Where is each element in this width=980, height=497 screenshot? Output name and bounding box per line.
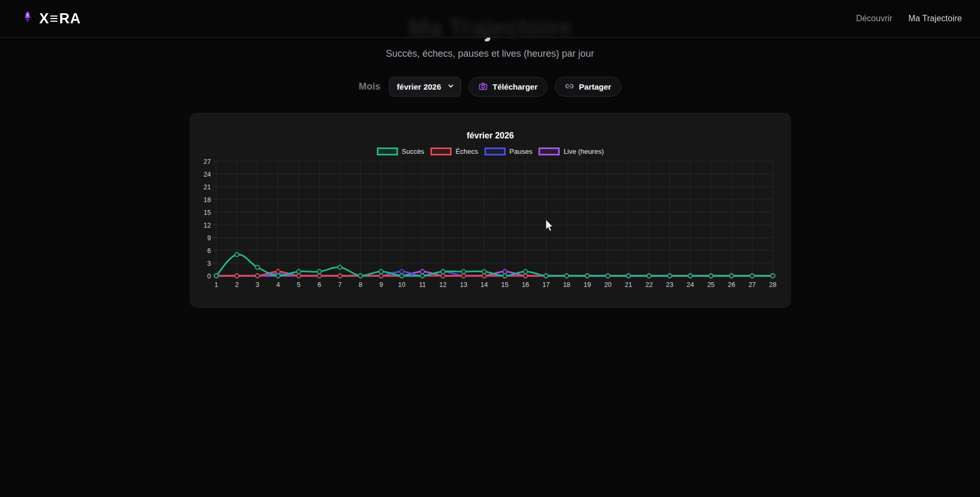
data-point[interactable] <box>503 274 507 278</box>
data-point[interactable] <box>462 274 466 278</box>
page-subtitle: Succès, échecs, pauses et lives (heures)… <box>0 48 980 59</box>
data-point[interactable] <box>379 274 383 278</box>
data-point[interactable] <box>338 274 342 278</box>
y-tick-label: 24 <box>204 171 211 178</box>
legend-swatch <box>538 147 560 155</box>
data-point[interactable] <box>420 274 425 278</box>
share-button[interactable]: Partager <box>555 77 621 97</box>
data-point[interactable] <box>214 274 218 278</box>
navbar: X≡RA Découvrir Ma Trajectoire <box>0 0 980 38</box>
data-point[interactable] <box>358 274 363 278</box>
data-point[interactable] <box>709 274 713 278</box>
data-point[interactable] <box>338 265 342 269</box>
y-tick-label: 27 <box>204 158 211 165</box>
data-point[interactable] <box>276 269 280 274</box>
chart-card: février 2026 SuccèsÉchecsPausesLive (heu… <box>190 113 791 308</box>
data-point[interactable] <box>544 274 548 278</box>
data-point[interactable] <box>524 269 528 274</box>
chart-title: février 2026 <box>190 131 790 141</box>
legend-swatch <box>484 147 506 155</box>
legend-item-1[interactable]: Échecs <box>430 147 478 155</box>
legend-item-3[interactable]: Live (heures) <box>538 147 604 155</box>
data-point[interactable] <box>626 274 631 278</box>
legend-label: Pauses <box>509 147 532 155</box>
data-point[interactable] <box>235 274 239 278</box>
data-point[interactable] <box>482 269 487 274</box>
x-tick-label: 26 <box>728 281 735 289</box>
x-tick-label: 6 <box>317 281 321 289</box>
x-tick-label: 2 <box>235 281 239 289</box>
y-tick-label: 21 <box>204 184 211 191</box>
x-tick-label: 23 <box>666 281 674 289</box>
data-point[interactable] <box>379 269 383 274</box>
data-point[interactable] <box>317 274 322 278</box>
data-point[interactable] <box>647 274 651 278</box>
x-tick-label: 8 <box>359 281 363 289</box>
y-tick-label: 15 <box>204 209 211 216</box>
y-tick-label: 0 <box>207 273 211 280</box>
data-point[interactable] <box>564 274 569 278</box>
data-point[interactable] <box>606 274 610 278</box>
x-tick-label: 17 <box>542 281 550 289</box>
mouse-cursor <box>545 220 554 234</box>
legend-item-2[interactable]: Pauses <box>484 147 532 155</box>
download-button[interactable]: Télécharger <box>469 77 548 97</box>
data-point[interactable] <box>420 269 425 274</box>
download-button-label: Télécharger <box>492 82 537 91</box>
chart-grid <box>216 161 773 276</box>
data-point[interactable] <box>400 269 404 274</box>
data-point[interactable] <box>235 252 239 257</box>
data-point[interactable] <box>297 269 301 274</box>
legend-label: Succès <box>402 147 425 155</box>
link-icon <box>565 82 574 92</box>
data-point[interactable] <box>317 269 322 274</box>
x-tick-label: 22 <box>646 281 653 289</box>
x-tick-label: 24 <box>686 281 694 289</box>
nav-link-decouvrir[interactable]: Découvrir <box>856 14 892 23</box>
month-select-value: février 2026 <box>397 82 441 91</box>
brand-name: X≡RA <box>39 11 81 27</box>
nav-links: Découvrir Ma Trajectoire <box>856 14 962 23</box>
data-point[interactable] <box>503 269 507 274</box>
data-point[interactable] <box>255 274 260 278</box>
data-point[interactable] <box>297 274 301 278</box>
legend-swatch <box>377 147 398 155</box>
data-point[interactable] <box>482 274 487 278</box>
y-tick-label: 3 <box>207 260 211 267</box>
data-point[interactable] <box>400 274 404 278</box>
legend-label: Échecs <box>455 147 478 155</box>
data-point[interactable] <box>750 274 754 278</box>
legend-item-0[interactable]: Succès <box>377 147 425 155</box>
data-point[interactable] <box>441 274 445 278</box>
data-point[interactable] <box>729 274 734 278</box>
x-tick-label: 15 <box>501 281 508 289</box>
chevron-down-icon <box>447 82 454 91</box>
data-point[interactable] <box>462 269 466 274</box>
chart-canvas[interactable]: 0369121518212427123456789101112131415161… <box>190 156 791 295</box>
x-tick-label: 25 <box>707 281 714 289</box>
camera-icon <box>479 82 488 92</box>
month-label: Mois <box>359 81 381 92</box>
data-point[interactable] <box>276 274 280 278</box>
chart-legend: SuccèsÉchecsPausesLive (heures) <box>190 147 790 155</box>
x-tick-label: 13 <box>460 281 467 289</box>
x-tick-label: 14 <box>481 281 488 289</box>
brand-logo[interactable]: X≡RA <box>21 11 81 27</box>
data-point[interactable] <box>688 274 693 278</box>
data-point[interactable] <box>255 265 260 269</box>
data-point[interactable] <box>668 274 672 278</box>
data-point[interactable] <box>441 269 445 274</box>
month-select[interactable]: février 2026 <box>389 77 461 97</box>
x-tick-label: 27 <box>748 281 756 289</box>
data-point[interactable] <box>524 274 528 278</box>
y-tick-label: 12 <box>204 222 211 229</box>
x-tick-label: 20 <box>604 281 612 289</box>
data-point[interactable] <box>585 274 589 278</box>
x-tick-label: 1 <box>215 281 218 289</box>
data-point[interactable] <box>771 274 775 278</box>
y-tick-label: 18 <box>204 196 211 204</box>
nav-link-ma-trajectoire[interactable]: Ma Trajectoire <box>908 14 962 23</box>
rocket-icon <box>21 11 34 27</box>
x-tick-label: 21 <box>625 281 632 289</box>
x-tick-label: 28 <box>769 281 776 289</box>
